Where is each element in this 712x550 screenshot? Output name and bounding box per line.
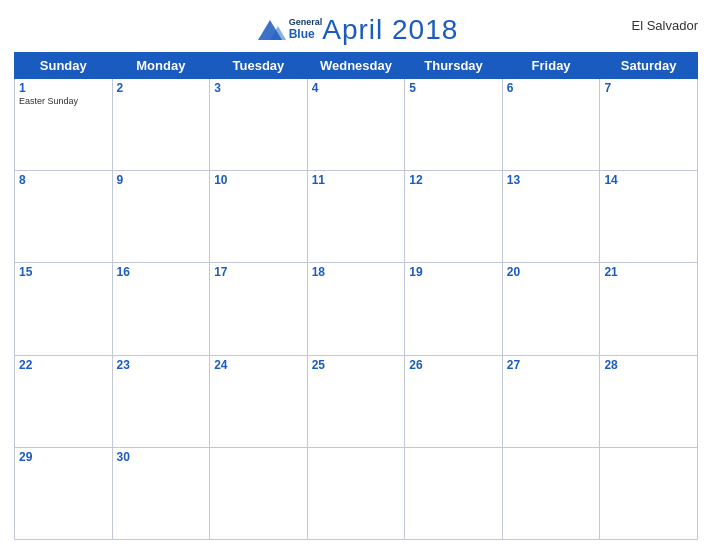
calendar-cell: 26 — [405, 355, 503, 447]
day-number: 2 — [117, 81, 206, 95]
day-number: 15 — [19, 265, 108, 279]
day-number: 29 — [19, 450, 108, 464]
weekday-header-row: Sunday Monday Tuesday Wednesday Thursday… — [15, 53, 698, 79]
country-label: El Salvador — [632, 18, 698, 33]
day-number: 7 — [604, 81, 693, 95]
calendar-cell: 10 — [210, 171, 308, 263]
col-thursday: Thursday — [405, 53, 503, 79]
calendar-cell: 19 — [405, 263, 503, 355]
title-block: April 2018 — [322, 14, 458, 46]
day-number: 14 — [604, 173, 693, 187]
day-number: 3 — [214, 81, 303, 95]
logo: General Blue — [254, 14, 323, 46]
calendar-cell: 28 — [600, 355, 698, 447]
day-number: 11 — [312, 173, 401, 187]
calendar-cell: 16 — [112, 263, 210, 355]
calendar-cell: 24 — [210, 355, 308, 447]
calendar-cell: 11 — [307, 171, 405, 263]
calendar-cell: 8 — [15, 171, 113, 263]
calendar-title: April 2018 — [322, 14, 458, 46]
calendar-cell — [405, 447, 503, 539]
calendar-week-row: 22232425262728 — [15, 355, 698, 447]
calendar-cell — [600, 447, 698, 539]
calendar-cell: 1Easter Sunday — [15, 79, 113, 171]
calendar-cell: 5 — [405, 79, 503, 171]
day-number: 9 — [117, 173, 206, 187]
calendar-body: 1Easter Sunday23456789101112131415161718… — [15, 79, 698, 540]
day-number: 20 — [507, 265, 596, 279]
calendar-cell: 9 — [112, 171, 210, 263]
calendar-cell: 7 — [600, 79, 698, 171]
day-number: 16 — [117, 265, 206, 279]
calendar-cell — [502, 447, 600, 539]
logo-text: General Blue — [289, 18, 323, 41]
day-number: 6 — [507, 81, 596, 95]
day-number: 12 — [409, 173, 498, 187]
calendar-week-row: 15161718192021 — [15, 263, 698, 355]
col-sunday: Sunday — [15, 53, 113, 79]
calendar-cell: 4 — [307, 79, 405, 171]
col-friday: Friday — [502, 53, 600, 79]
day-number: 17 — [214, 265, 303, 279]
day-number: 24 — [214, 358, 303, 372]
calendar-cell: 18 — [307, 263, 405, 355]
calendar-cell: 14 — [600, 171, 698, 263]
calendar-cell — [210, 447, 308, 539]
col-wednesday: Wednesday — [307, 53, 405, 79]
col-tuesday: Tuesday — [210, 53, 308, 79]
calendar-cell: 15 — [15, 263, 113, 355]
calendar-cell: 3 — [210, 79, 308, 171]
day-number: 18 — [312, 265, 401, 279]
day-number: 27 — [507, 358, 596, 372]
holiday-label: Easter Sunday — [19, 96, 108, 106]
col-saturday: Saturday — [600, 53, 698, 79]
day-number: 4 — [312, 81, 401, 95]
calendar-cell: 25 — [307, 355, 405, 447]
calendar-cell: 29 — [15, 447, 113, 539]
logo-icon — [254, 14, 286, 46]
calendar-week-row: 2930 — [15, 447, 698, 539]
day-number: 21 — [604, 265, 693, 279]
day-number: 19 — [409, 265, 498, 279]
day-number: 23 — [117, 358, 206, 372]
day-number: 25 — [312, 358, 401, 372]
calendar-cell: 6 — [502, 79, 600, 171]
day-number: 26 — [409, 358, 498, 372]
calendar-cell — [307, 447, 405, 539]
calendar-cell: 2 — [112, 79, 210, 171]
calendar-cell: 27 — [502, 355, 600, 447]
calendar-page: General Blue April 2018 El Salvador Sund… — [0, 0, 712, 550]
day-number: 22 — [19, 358, 108, 372]
day-number: 8 — [19, 173, 108, 187]
calendar-cell: 21 — [600, 263, 698, 355]
calendar-cell: 30 — [112, 447, 210, 539]
calendar-cell: 17 — [210, 263, 308, 355]
day-number: 30 — [117, 450, 206, 464]
calendar-week-row: 1Easter Sunday234567 — [15, 79, 698, 171]
calendar-cell: 12 — [405, 171, 503, 263]
col-monday: Monday — [112, 53, 210, 79]
day-number: 1 — [19, 81, 108, 95]
calendar-header: General Blue April 2018 El Salvador — [14, 10, 698, 46]
day-number: 5 — [409, 81, 498, 95]
calendar-table: Sunday Monday Tuesday Wednesday Thursday… — [14, 52, 698, 540]
logo-blue-text: Blue — [289, 28, 323, 41]
calendar-cell: 13 — [502, 171, 600, 263]
day-number: 13 — [507, 173, 596, 187]
calendar-week-row: 891011121314 — [15, 171, 698, 263]
calendar-cell: 23 — [112, 355, 210, 447]
calendar-cell: 20 — [502, 263, 600, 355]
day-number: 10 — [214, 173, 303, 187]
day-number: 28 — [604, 358, 693, 372]
calendar-cell: 22 — [15, 355, 113, 447]
